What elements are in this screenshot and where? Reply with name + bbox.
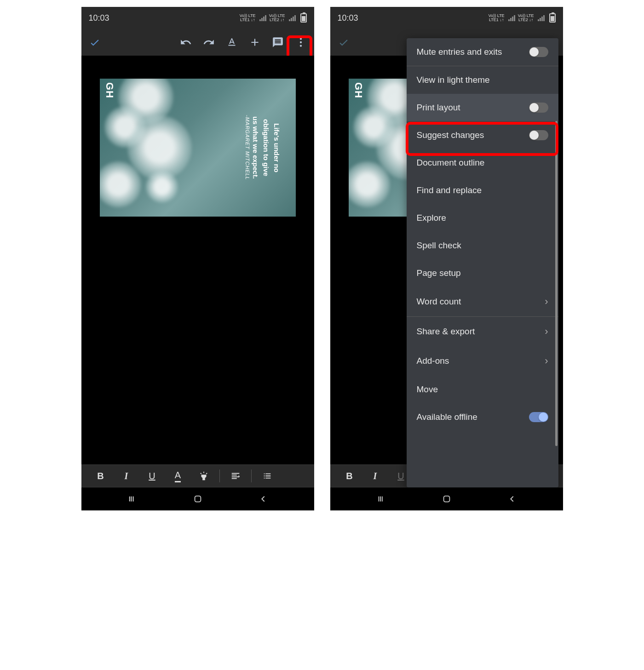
toggle-mute[interactable] bbox=[529, 47, 548, 57]
nav-home-button[interactable] bbox=[437, 490, 456, 508]
editor-toolbar bbox=[81, 29, 314, 56]
nav-back-button[interactable] bbox=[503, 490, 521, 508]
text-color-button[interactable]: A bbox=[165, 467, 191, 485]
format-bar: B I U A bbox=[81, 464, 314, 487]
status-bar: 10:03 Vo)) LTELTE1 ↓↑ Vo)) LTELTE2 ↓↑ bbox=[81, 7, 314, 29]
svg-point-2 bbox=[299, 45, 301, 46]
menu-label: Document outline bbox=[417, 158, 485, 168]
status-bar: 10:03 Vo)) LTELTE1 ↓↑ Vo)) LTELTE2 ↓↑ bbox=[330, 7, 563, 29]
menu-addons[interactable]: Add-ons › bbox=[407, 346, 558, 376]
menu-label: Find and replace bbox=[417, 185, 482, 195]
menu-label: Available offline bbox=[417, 412, 477, 422]
status-time: 10:03 bbox=[89, 13, 109, 23]
menu-mute-entries[interactable]: Mute entries and exits bbox=[407, 38, 558, 66]
comment-button[interactable] bbox=[268, 33, 288, 52]
italic-button[interactable]: I bbox=[114, 467, 139, 485]
menu-label: View in light theme bbox=[417, 75, 490, 85]
menu-print-layout[interactable]: Print layout bbox=[407, 94, 558, 121]
toggle-suggest[interactable] bbox=[529, 130, 548, 140]
menu-label: Mute entries and exits bbox=[417, 47, 502, 57]
highlight-button[interactable] bbox=[191, 467, 217, 485]
menu-label: Explore bbox=[417, 213, 446, 223]
overflow-menu: Mute entries and exits View in light the… bbox=[407, 38, 558, 487]
menu-label: Share & export bbox=[417, 326, 475, 337]
svg-rect-10 bbox=[443, 496, 449, 502]
menu-label: Spell check bbox=[417, 241, 461, 251]
nav-back-button[interactable] bbox=[254, 490, 272, 508]
phone-left: 10:03 Vo)) LTELTE1 ↓↑ Vo)) LTELTE2 ↓↑ bbox=[81, 7, 314, 510]
battery-icon bbox=[300, 13, 307, 23]
bold-button[interactable]: B bbox=[337, 467, 362, 485]
more-menu-button[interactable] bbox=[291, 33, 310, 52]
menu-available-offline[interactable]: Available offline bbox=[407, 403, 558, 431]
undo-button[interactable] bbox=[176, 33, 196, 52]
menu-label: Suggest changes bbox=[417, 130, 484, 140]
menu-scrollbar[interactable] bbox=[555, 121, 558, 446]
status-time: 10:03 bbox=[338, 13, 358, 23]
menu-explore[interactable]: Explore bbox=[407, 204, 558, 232]
nav-recents-button[interactable] bbox=[123, 490, 142, 508]
phone-right: 10:03 Vo)) LTELTE1 ↓↑ Vo)) LTELTE2 ↓↑ GH bbox=[330, 7, 563, 510]
redo-button[interactable] bbox=[199, 33, 218, 52]
done-check-button[interactable] bbox=[334, 33, 353, 52]
align-button[interactable] bbox=[223, 467, 248, 485]
nav-home-button[interactable] bbox=[189, 490, 207, 508]
menu-suggest-changes[interactable]: Suggest changes bbox=[407, 121, 558, 149]
menu-share-export[interactable]: Share & export › bbox=[407, 317, 558, 346]
quote-text: Life's under no obligation to give us wh… bbox=[241, 92, 282, 203]
menu-word-count[interactable]: Word count › bbox=[407, 287, 558, 316]
list-button[interactable] bbox=[254, 467, 280, 485]
svg-rect-6 bbox=[195, 496, 201, 502]
svg-point-1 bbox=[299, 41, 301, 43]
menu-label: Add-ons bbox=[417, 356, 449, 366]
svg-point-0 bbox=[299, 38, 301, 40]
status-icons: Vo)) LTELTE1 ↓↑ Vo)) LTELTE2 ↓↑ bbox=[240, 13, 307, 23]
menu-spell-check[interactable]: Spell check bbox=[407, 232, 558, 259]
chevron-right-icon: › bbox=[545, 296, 548, 308]
underline-button[interactable]: U bbox=[139, 467, 165, 485]
done-check-button[interactable] bbox=[85, 33, 104, 52]
gh-logo: GH bbox=[104, 82, 115, 98]
menu-label: Move bbox=[417, 384, 438, 395]
status-icons: Vo)) LTELTE1 ↓↑ Vo)) LTELTE2 ↓↑ bbox=[489, 13, 556, 23]
menu-page-setup[interactable]: Page setup bbox=[407, 259, 558, 287]
chevron-right-icon: › bbox=[545, 326, 548, 338]
menu-label: Page setup bbox=[417, 268, 461, 278]
android-nav-bar bbox=[330, 487, 563, 510]
bold-button[interactable]: B bbox=[88, 467, 114, 485]
menu-label: Print layout bbox=[417, 103, 460, 113]
insert-button[interactable] bbox=[245, 33, 264, 52]
toggle-print-layout[interactable] bbox=[529, 103, 548, 113]
menu-light-theme[interactable]: View in light theme bbox=[407, 66, 558, 94]
italic-button[interactable]: I bbox=[362, 467, 388, 485]
toggle-offline[interactable] bbox=[529, 412, 548, 422]
menu-document-outline[interactable]: Document outline bbox=[407, 149, 558, 177]
menu-move[interactable]: Move bbox=[407, 376, 558, 403]
menu-label: Word count bbox=[417, 297, 461, 307]
document-canvas[interactable]: GH Life's under no obligation to give us… bbox=[81, 56, 314, 464]
menu-find-replace[interactable]: Find and replace bbox=[407, 177, 558, 204]
text-format-button[interactable] bbox=[222, 33, 242, 52]
android-nav-bar bbox=[81, 487, 314, 510]
battery-icon bbox=[549, 13, 556, 23]
chevron-right-icon: › bbox=[545, 355, 548, 367]
gh-logo: GH bbox=[352, 82, 364, 98]
document-image: GH Life's under no obligation to give us… bbox=[100, 79, 296, 217]
nav-recents-button[interactable] bbox=[372, 490, 391, 508]
